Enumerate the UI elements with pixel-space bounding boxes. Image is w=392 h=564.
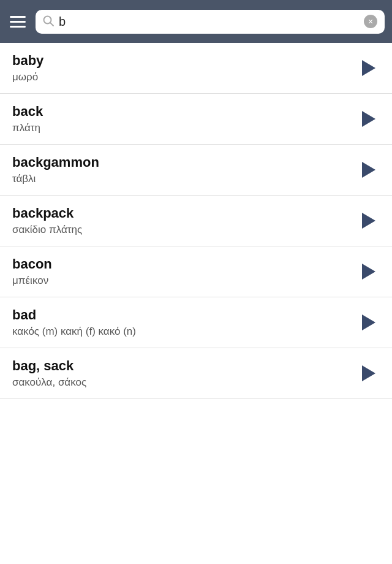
word-text-4: bacon μπέικον — [12, 256, 354, 287]
list-item[interactable]: backgammon τάβλι — [0, 145, 392, 196]
word-greek-4: μπέικον — [12, 275, 354, 287]
list-item[interactable]: bacon μπέικον — [0, 246, 392, 297]
search-bar: × — [36, 10, 385, 34]
list-item[interactable]: back πλάτη — [0, 94, 392, 145]
word-text-0: baby μωρό — [12, 53, 354, 83]
svg-line-1 — [50, 23, 53, 26]
play-icon-3 — [362, 213, 375, 229]
play-icon-5 — [362, 314, 375, 330]
play-icon-1 — [362, 111, 375, 127]
word-english-3: backpack — [12, 205, 354, 221]
word-text-3: backpack σακίδιο πλάτης — [12, 205, 354, 236]
word-text-1: back πλάτη — [12, 104, 354, 134]
play-button-4[interactable] — [354, 258, 381, 285]
word-text-6: bag, sack σακούλα, σάκος — [12, 358, 354, 389]
word-greek-6: σακούλα, σάκος — [12, 376, 354, 389]
play-button-3[interactable] — [354, 207, 381, 234]
word-greek-0: μωρό — [12, 71, 354, 83]
word-english-4: bacon — [12, 256, 354, 272]
play-icon-4 — [362, 264, 375, 280]
play-button-1[interactable] — [354, 105, 381, 132]
play-button-0[interactable] — [354, 55, 381, 82]
clear-search-button[interactable]: × — [364, 15, 377, 28]
menu-button[interactable] — [7, 13, 28, 30]
word-list: baby μωρό back πλάτη backgammon τάβλι ba… — [0, 43, 392, 399]
list-item[interactable]: baby μωρό — [0, 43, 392, 94]
word-english-1: back — [12, 104, 354, 120]
word-text-2: backgammon τάβλι — [12, 154, 354, 185]
app-header: × — [0, 0, 392, 43]
list-item[interactable]: bad κακός (m) κακή (f) κακό (n) — [0, 297, 392, 348]
word-greek-5: κακός (m) κακή (f) κακό (n) — [12, 326, 354, 338]
word-english-2: backgammon — [12, 154, 354, 170]
play-icon-2 — [362, 162, 375, 178]
word-greek-2: τάβλι — [12, 173, 354, 185]
play-icon-6 — [362, 365, 375, 381]
play-button-2[interactable] — [354, 156, 381, 183]
play-button-5[interactable] — [354, 309, 381, 336]
word-greek-3: σακίδιο πλάτης — [12, 224, 354, 236]
list-item[interactable]: backpack σακίδιο πλάτης — [0, 196, 392, 246]
word-text-5: bad κακός (m) κακή (f) κακό (n) — [12, 307, 354, 338]
word-english-5: bad — [12, 307, 354, 323]
play-icon-0 — [362, 60, 375, 76]
play-button-6[interactable] — [354, 360, 381, 387]
word-english-6: bag, sack — [12, 358, 354, 374]
search-icon — [43, 15, 54, 28]
word-english-0: baby — [12, 53, 354, 69]
list-item[interactable]: bag, sack σακούλα, σάκος — [0, 348, 392, 399]
clear-icon: × — [368, 17, 373, 26]
word-greek-1: πλάτη — [12, 122, 354, 134]
search-input[interactable] — [59, 15, 359, 29]
